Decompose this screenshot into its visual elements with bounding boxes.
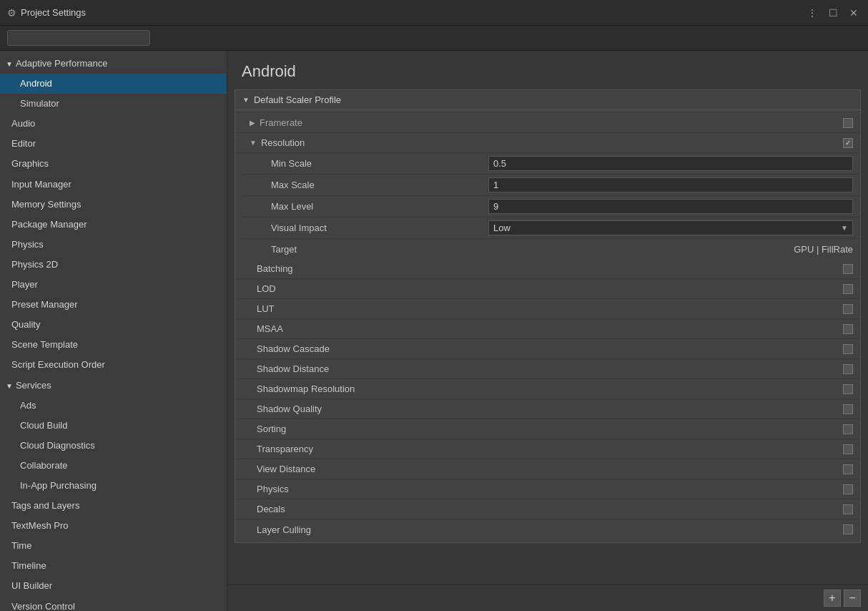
shadow-cascade-checkbox[interactable] [843, 344, 853, 354]
sidebar-item-time[interactable]: Time [0, 536, 227, 556]
sidebar-item-label: Android [20, 78, 52, 89]
framerate-checkbox[interactable] [843, 118, 853, 128]
sidebar-item-ui-builder[interactable]: UI Builder [0, 576, 227, 596]
sidebar-item-timeline[interactable]: Timeline [0, 556, 227, 576]
max-scale-label: Max Scale [271, 180, 488, 190]
sidebar-item-version-control[interactable]: Version Control [0, 597, 227, 611]
transparency-control [843, 444, 853, 454]
sidebar-item-editor[interactable]: Editor [0, 134, 227, 154]
transparency-label: Transparency [257, 444, 843, 454]
min-scale-label: Min Scale [271, 158, 488, 169]
sidebar-item-adaptive-performance[interactable]: ▼Adaptive Performance [0, 54, 227, 74]
add-button[interactable]: + [824, 590, 841, 607]
sidebar-item-label: Collaborate [20, 460, 68, 471]
sidebar-item-tags-and-layers[interactable]: Tags and Layers [0, 496, 227, 516]
visual-impact-select[interactable]: Low ▼ [488, 220, 853, 235]
search-input[interactable] [7, 30, 150, 46]
max-level-label: Max Level [271, 201, 488, 212]
close-button[interactable]: ✕ [847, 6, 861, 20]
sidebar-item-textmesh-pro[interactable]: TextMesh Pro [0, 516, 227, 536]
lod-label: LOD [257, 283, 843, 294]
menu-button[interactable]: ⋮ [804, 6, 820, 20]
sidebar-item-cloud-build[interactable]: Cloud Build [0, 416, 227, 436]
visual-impact-label: Visual Impact [271, 223, 488, 233]
sidebar-item-quality[interactable]: Quality [0, 315, 227, 335]
row-batching: Batching [235, 259, 860, 279]
sorting-checkbox[interactable] [843, 424, 853, 434]
sorting-control [843, 424, 853, 434]
content-area: Android ▼ Default Scaler Profile ▶ Frame… [227, 51, 868, 611]
physics-checkbox[interactable] [843, 484, 853, 494]
framerate-label: Framerate [260, 117, 843, 128]
sidebar-item-label: Version Control [11, 601, 75, 611]
min-scale-input[interactable] [488, 156, 853, 171]
physics-control [843, 484, 853, 494]
sidebar-item-services[interactable]: ▼Services [0, 376, 227, 396]
max-scale-input[interactable] [488, 177, 853, 192]
row-layer-culling: Layer Culling [235, 519, 860, 539]
sidebar-item-label: Graphics [11, 158, 49, 169]
row-sorting: Sorting [235, 419, 860, 439]
sidebar-item-input-manager[interactable]: Input Manager [0, 175, 227, 195]
sidebar-item-graphics[interactable]: Graphics [0, 154, 227, 174]
shadow-distance-control [843, 364, 853, 374]
sidebar-item-label: TextMesh Pro [11, 520, 68, 531]
layer-culling-checkbox[interactable] [843, 524, 853, 534]
row-visual-impact: Visual Impact Low ▼ [242, 217, 860, 239]
shadow-distance-checkbox[interactable] [843, 364, 853, 374]
resolution-control [843, 138, 853, 148]
resolution-row: ▼ Resolution [235, 133, 860, 153]
section-label: Default Scaler Profile [254, 94, 341, 105]
sidebar-item-physics-2d[interactable]: Physics 2D [0, 255, 227, 275]
decals-control [843, 504, 853, 514]
sorting-label: Sorting [257, 424, 843, 434]
settings-icon: ⚙ [7, 7, 16, 19]
sidebar-item-script-execution-order[interactable]: Script Execution Order [0, 355, 227, 375]
sidebar-item-scene-template[interactable]: Scene Template [0, 335, 227, 355]
shadowmap-resolution-checkbox[interactable] [843, 384, 853, 394]
resolution-fields: Min Scale Max Scale Max Level Visual Imp… [235, 153, 860, 259]
section-header-default-scaler[interactable]: ▼ Default Scaler Profile [235, 90, 860, 110]
content-body: ▼ Default Scaler Profile ▶ Framerate ▼ [227, 89, 868, 585]
sidebar-item-label: Player [11, 279, 38, 290]
sidebar-item-collaborate[interactable]: Collaborate [0, 456, 227, 476]
msaa-checkbox[interactable] [843, 324, 853, 334]
arrow-icon: ▼ [6, 380, 13, 392]
decals-label: Decals [257, 504, 843, 514]
transparency-checkbox[interactable] [843, 444, 853, 454]
max-level-input[interactable] [488, 199, 853, 214]
sidebar-item-label: Scene Template [11, 339, 78, 350]
sidebar-item-audio[interactable]: Audio [0, 114, 227, 134]
resolution-arrow: ▼ [250, 139, 257, 147]
sidebar-item-android[interactable]: Android [0, 74, 227, 94]
content-header: Android [227, 51, 868, 89]
framerate-control [843, 118, 853, 128]
sidebar-item-in-app-purchasing[interactable]: In-App Purchasing [0, 476, 227, 496]
decals-checkbox[interactable] [843, 504, 853, 514]
sidebar-item-cloud-diagnostics[interactable]: Cloud Diagnostics [0, 436, 227, 456]
sidebar-item-memory-settings[interactable]: Memory Settings [0, 195, 227, 215]
batching-checkbox[interactable] [843, 264, 853, 274]
sidebar-item-player[interactable]: Player [0, 275, 227, 295]
batching-control [843, 264, 853, 274]
view-distance-checkbox[interactable] [843, 464, 853, 474]
page-title: Android [242, 62, 854, 81]
sidebar-item-preset-manager[interactable]: Preset Manager [0, 295, 227, 315]
resolution-checkbox[interactable] [843, 138, 853, 148]
maximize-button[interactable]: ☐ [826, 6, 841, 20]
row-decals: Decals [235, 499, 860, 519]
sidebar-item-package-manager[interactable]: Package Manager [0, 215, 227, 235]
sidebar-item-ads[interactable]: Ads [0, 396, 227, 416]
view-distance-label: View Distance [257, 464, 843, 474]
sidebar-item-simulator[interactable]: Simulator [0, 94, 227, 114]
lut-checkbox[interactable] [843, 304, 853, 314]
sidebar-item-physics[interactable]: Physics [0, 235, 227, 255]
row-max-scale: Max Scale [242, 175, 860, 196]
lod-checkbox[interactable] [843, 284, 853, 294]
row-transparency: Transparency [235, 439, 860, 459]
shadow-quality-checkbox[interactable] [843, 404, 853, 414]
main-layout: ▼Adaptive PerformanceAndroidSimulatorAud… [0, 51, 868, 611]
remove-button[interactable]: − [844, 590, 861, 607]
sidebar-item-label: Cloud Diagnostics [20, 440, 95, 451]
scaler-rows: Batching LOD LUT MSAA Shadow Cascade Sha… [235, 259, 860, 539]
